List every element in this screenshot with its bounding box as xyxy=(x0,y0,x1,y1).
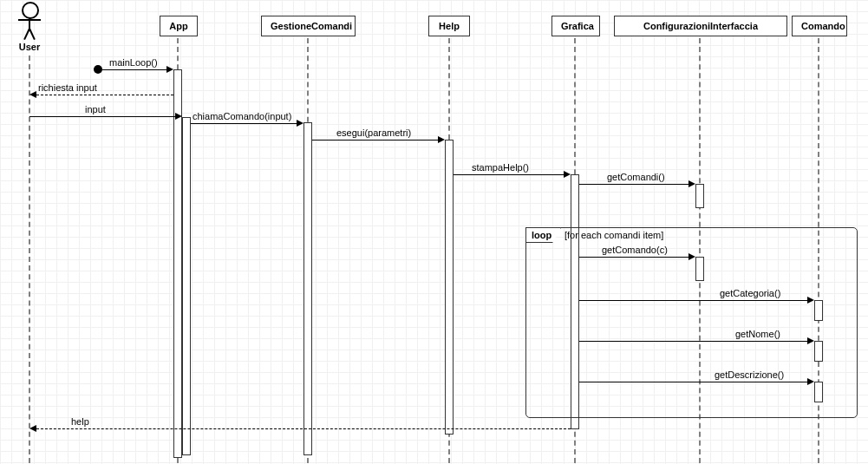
lifeline-grafica-head: Grafica xyxy=(551,16,600,36)
loop-guard: [for each comandi item] xyxy=(565,230,663,240)
msg-richiesta xyxy=(36,95,173,95)
msg-esegui xyxy=(312,140,438,141)
msg-input xyxy=(29,116,175,117)
msg-mainloop-label: mainLoop() xyxy=(109,57,158,68)
msg-stampa xyxy=(454,174,564,175)
activation-app-inner xyxy=(182,117,191,455)
msg-getnome-label: getNome() xyxy=(735,329,780,339)
activation-help xyxy=(445,140,454,435)
msg-help-label: help xyxy=(71,416,89,427)
msg-getdescrizione xyxy=(579,382,807,382)
lifeline-app-head: App xyxy=(160,16,198,36)
lifeline-config-head: ConfigurazioniInterfaccia xyxy=(614,16,787,36)
loop-operator: loop xyxy=(525,227,561,243)
lifeline-gestione-head: GestioneComandi xyxy=(261,16,356,36)
msg-getcomando-label: getComando(c) xyxy=(602,245,668,255)
msg-getcategoria-label: getCategoria() xyxy=(720,288,780,298)
msg-chiama xyxy=(191,123,297,124)
lifeline-comando-head: Comando xyxy=(792,16,847,36)
msg-mainloop xyxy=(102,69,166,70)
activation-gestione xyxy=(303,122,312,455)
actor-user-label: User xyxy=(12,42,47,52)
msg-getnome xyxy=(579,341,807,342)
msg-getcomandi-label: getComandi() xyxy=(607,172,665,182)
lifeline-help-head: Help xyxy=(428,16,470,36)
activation-app xyxy=(173,69,182,458)
msg-esegui-label: esegui(parametri) xyxy=(336,127,411,138)
msg-stampa-label: stampaHelp() xyxy=(472,162,529,173)
msg-getcategoria xyxy=(579,300,807,301)
msg-getdescrizione-label: getDescrizione() xyxy=(715,369,784,380)
msg-getcomandi xyxy=(579,184,689,185)
msg-getcomando xyxy=(579,257,689,258)
found-message-dot xyxy=(94,65,102,74)
msg-richiesta-label: richiesta input xyxy=(38,82,97,93)
activation-config-1 xyxy=(695,184,704,208)
msg-help xyxy=(36,428,571,429)
sequence-diagram: User App GestioneComandi Help Grafica Co… xyxy=(0,0,868,464)
msg-input-label: input xyxy=(85,104,106,114)
msg-chiama-label: chiamaComando(input) xyxy=(193,111,291,121)
